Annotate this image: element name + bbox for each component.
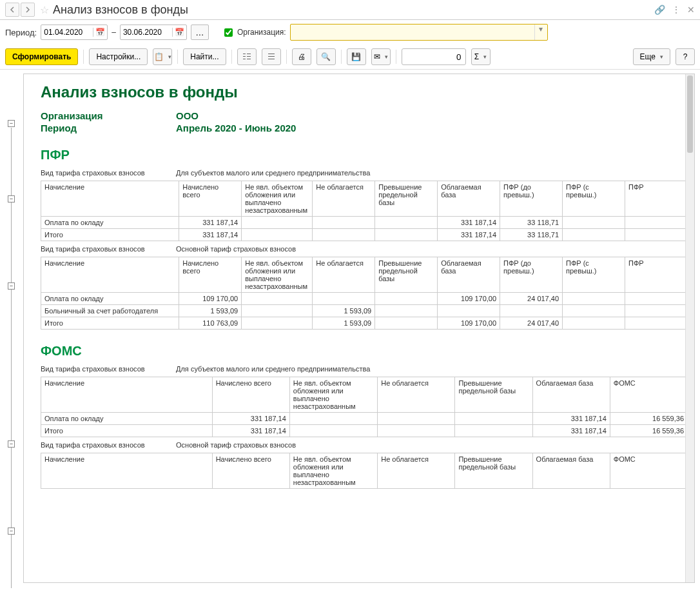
svg-rect-4 [247, 56, 251, 57]
date-to-input[interactable]: 📅 [120, 25, 187, 40]
org-field[interactable] [291, 25, 534, 40]
meta-value: ООО [176, 110, 199, 121]
column-header: Превышение предельной базы [375, 181, 438, 217]
column-header: Превышение предельной базы [455, 453, 532, 489]
tariff-value: Для субъектов малого или среднего предпр… [176, 365, 370, 373]
column-header: Начислено всего [212, 453, 289, 489]
preview-button[interactable]: 🔍 [316, 48, 336, 65]
form-button[interactable]: Сформировать [5, 48, 78, 65]
forward-button[interactable] [21, 3, 35, 17]
org-checkbox[interactable] [224, 28, 233, 37]
meta-value: Апрель 2020 - Июнь 2020 [176, 123, 296, 133]
dropdown-icon[interactable]: ▾ [534, 25, 547, 40]
column-header: Начисление [41, 257, 179, 293]
send-button[interactable]: ✉ [371, 48, 391, 65]
column-header: ПФР (до превыш.) [500, 181, 563, 217]
sum-button[interactable]: Σ [471, 48, 491, 65]
table-row: Больничный за счет работодателя1 593,091… [41, 305, 688, 317]
period-picker-button[interactable]: … [191, 25, 209, 40]
period-label: Период: [5, 28, 37, 37]
data-table: НачислениеНачислено всегоНе явл. объекто… [41, 181, 688, 241]
svg-rect-3 [247, 54, 251, 54]
svg-rect-5 [247, 59, 251, 59]
svg-rect-8 [268, 59, 275, 59]
close-icon[interactable]: ✕ [687, 5, 695, 15]
settings-button[interactable]: Настройки... [89, 48, 148, 65]
report-area: Анализ взносов в фонды ОрганизацияОООПер… [23, 74, 695, 583]
org-label: Организация: [237, 28, 286, 37]
back-button[interactable] [5, 3, 19, 17]
date-from-field[interactable] [41, 28, 93, 37]
link-icon[interactable]: 🔗 [654, 5, 665, 15]
meta-label: Организация [41, 110, 176, 121]
column-header: ПФР (до превыш.) [500, 257, 563, 293]
total-row: Итого110 763,091 593,09109 170,0024 017,… [41, 317, 688, 330]
data-table: НачислениеНачислено всегоНе явл. объекто… [41, 377, 688, 437]
date-separator: – [112, 28, 116, 37]
outline-toggle[interactable]: − [8, 195, 15, 202]
column-header: ПФР [625, 181, 687, 217]
vertical-scrollbar[interactable] [685, 74, 694, 582]
table-row: Оплата по окладу331 187,14331 187,1416 5… [41, 413, 688, 425]
meta-label: Период [41, 123, 176, 133]
tariff-label: Вид тарифа страховых взносов [41, 441, 176, 449]
org-select[interactable]: ▾ [290, 24, 548, 41]
print-button[interactable]: 🖨 [292, 48, 311, 65]
column-header: Облагаемая база [532, 377, 610, 413]
collapse-tree-button[interactable] [262, 48, 281, 65]
outline-toggle[interactable]: − [8, 120, 15, 127]
total-row: Итого331 187,14331 187,1416 559,36 [41, 425, 688, 437]
column-header: Начислено всего [179, 257, 242, 293]
expand-tree-button[interactable] [237, 48, 257, 65]
favorite-star-icon[interactable]: ☆ [40, 4, 49, 16]
section-header: ФОМС [41, 344, 688, 359]
column-header: Не явл. объектом обложения или выплачено… [289, 453, 377, 489]
date-from-input[interactable]: 📅 [41, 25, 108, 40]
column-header: Облагаемая база [438, 257, 500, 293]
column-header: Начисление [41, 453, 213, 489]
svg-rect-7 [268, 56, 275, 57]
column-header: Превышение предельной базы [455, 377, 532, 413]
column-header: Начислено всего [179, 181, 242, 217]
find-button[interactable]: Найти... [183, 48, 226, 65]
column-header: Начислено всего [212, 377, 289, 413]
column-header: ПФР (с превыш.) [563, 257, 625, 293]
column-header: Не облагается [313, 181, 375, 217]
tariff-value: Основной тариф страховых взносов [176, 441, 296, 449]
svg-rect-2 [243, 59, 246, 59]
tariff-value: Основной тариф страховых взносов [176, 245, 296, 253]
sum-input[interactable] [402, 48, 466, 65]
more-menu-icon[interactable]: ⋮ [672, 5, 681, 15]
save-button[interactable]: 💾 [347, 48, 366, 65]
data-table: НачислениеНачислено всегоНе явл. объекто… [41, 453, 688, 489]
date-to-field[interactable] [121, 28, 172, 37]
copy-settings-button[interactable]: 📋 [153, 48, 172, 65]
column-header: Превышение предельной базы [375, 257, 438, 293]
svg-rect-0 [243, 54, 246, 54]
total-row: Итого331 187,14331 187,1433 118,71 [41, 229, 688, 241]
calendar-icon[interactable]: 📅 [93, 28, 107, 37]
outline-toggle[interactable]: − [8, 440, 15, 448]
calendar-icon[interactable]: 📅 [172, 28, 186, 37]
outline-toggle[interactable]: − [8, 282, 15, 290]
tariff-label: Вид тарифа страховых взносов [41, 169, 176, 177]
column-header: Не облагается [378, 377, 455, 413]
tariff-value: Для субъектов малого или среднего предпр… [176, 169, 370, 177]
column-header: Не явл. объектом обложения или выплачено… [242, 181, 313, 217]
column-header: Не облагается [313, 257, 375, 293]
column-header: Облагаемая база [438, 181, 500, 217]
tariff-label: Вид тарифа страховых взносов [41, 245, 176, 253]
column-header: Не облагается [378, 453, 455, 489]
data-table: НачислениеНачислено всегоНе явл. объекто… [41, 257, 688, 330]
column-header: Не явл. объектом обложения или выплачено… [289, 377, 377, 413]
help-button[interactable]: ? [676, 48, 695, 65]
outline-gutter: − − − − − [1, 76, 19, 588]
column-header: ПФР (с превыш.) [563, 181, 625, 217]
svg-rect-6 [268, 54, 275, 54]
more-button[interactable]: Еще [633, 48, 670, 65]
window-title: Анализ взносов в фонды [53, 3, 654, 17]
outline-toggle[interactable]: − [8, 528, 15, 535]
column-header: Начисление [41, 181, 179, 217]
column-header: Облагаемая база [532, 453, 610, 489]
table-row: Оплата по окладу109 170,00109 170,0024 0… [41, 293, 688, 305]
